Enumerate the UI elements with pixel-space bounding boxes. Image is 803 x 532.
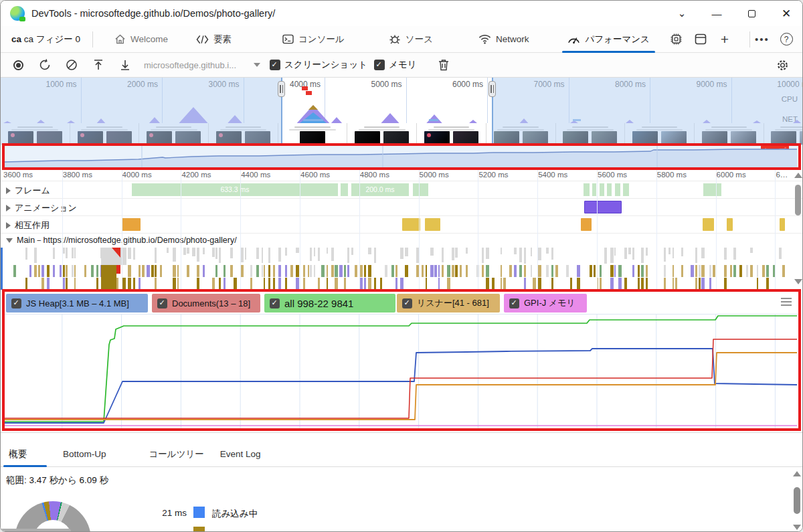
flame-bar[interactable]	[192, 248, 195, 256]
flame-bar[interactable]	[321, 265, 325, 277]
flame-bar[interactable]	[503, 278, 506, 290]
flame-bar[interactable]	[555, 265, 558, 277]
flame-bar[interactable]	[268, 265, 270, 277]
flame-bar[interactable]	[604, 248, 607, 264]
flame-bar[interactable]	[570, 278, 572, 290]
flame-bar[interactable]	[519, 265, 522, 277]
flame-bar[interactable]	[551, 278, 553, 290]
flame-bar[interactable]	[628, 248, 631, 254]
flame-bar[interactable]	[331, 265, 334, 277]
interactions-track-header[interactable]: 相互作用	[6, 219, 50, 232]
horizontal-scrollbar[interactable]	[1, 529, 71, 532]
flame-bar[interactable]	[524, 265, 526, 277]
flame-bar[interactable]	[344, 278, 346, 290]
flame-bar[interactable]	[303, 278, 305, 290]
add-tab-button[interactable]: +	[713, 26, 737, 53]
flame-bar[interactable]	[122, 278, 126, 290]
flame-bar[interactable]	[501, 278, 502, 290]
flame-bar[interactable]	[347, 265, 349, 277]
flame-bar[interactable]	[368, 248, 371, 254]
flame-bar[interactable]	[486, 248, 489, 259]
flame-bar[interactable]	[701, 248, 705, 258]
flame-bar[interactable]	[215, 248, 217, 259]
flame-bar[interactable]	[610, 278, 614, 290]
flame-bar[interactable]	[155, 265, 157, 277]
frame-bar[interactable]: 633.3 ms	[131, 183, 339, 196]
flame-bar[interactable]	[133, 248, 135, 260]
help-button[interactable]: ?	[774, 26, 798, 53]
flame-bar[interactable]	[308, 265, 309, 277]
flame-bar[interactable]	[25, 248, 27, 260]
flame-bar[interactable]	[699, 278, 701, 290]
flame-bar[interactable]	[746, 265, 748, 277]
selection-handle-right[interactable]	[488, 81, 496, 97]
flame-bar[interactable]	[701, 278, 705, 290]
memory-counter-badge[interactable]: Documents(13 – 18]	[152, 294, 260, 313]
flame-bar[interactable]	[339, 265, 343, 277]
flame-bar[interactable]	[664, 248, 666, 262]
flame-bar[interactable]	[452, 265, 454, 277]
flame-bar[interactable]	[782, 265, 785, 277]
flame-bar[interactable]	[285, 265, 287, 277]
filmstrip-frame[interactable]	[347, 123, 417, 145]
flame-bar[interactable]	[546, 265, 549, 277]
flame-bar[interactable]	[34, 265, 37, 277]
flame-bar[interactable]	[155, 248, 157, 263]
flame-bar[interactable]	[72, 265, 74, 277]
flame-bar[interactable]	[438, 265, 440, 277]
flame-bar[interactable]	[72, 248, 74, 258]
memory-overview-band[interactable]: ヒープ 2.1 MB – 4.1 MB	[2, 143, 801, 170]
flame-bar[interactable]	[646, 278, 648, 290]
flame-bar[interactable]	[724, 278, 727, 290]
frame-bar[interactable]	[592, 183, 597, 196]
flame-bar[interactable]	[91, 265, 94, 277]
flame-bar[interactable]	[256, 248, 259, 259]
flame-bar[interactable]	[66, 248, 68, 258]
delete-recording-button[interactable]	[430, 53, 457, 77]
flame-bar[interactable]	[47, 278, 50, 290]
flame-bar[interactable]	[96, 265, 98, 277]
timeline-overview[interactable]: CPU NET 1000 ms2000 ms3000 ms4000 ms5000…	[1, 78, 803, 145]
flame-bar[interactable]	[514, 265, 517, 277]
main-thread-flamechart[interactable]	[1, 248, 792, 290]
flame-bar[interactable]	[430, 265, 434, 277]
memory-counters-chart[interactable]	[5, 315, 797, 431]
flame-bar[interactable]	[538, 278, 541, 290]
flame-bar[interactable]	[96, 278, 98, 290]
screenshots-checkbox[interactable]	[270, 60, 280, 70]
flame-bar[interactable]	[128, 265, 131, 277]
flame-bar[interactable]	[501, 265, 502, 277]
memory-counter-badge[interactable]: all 998-22 9841	[264, 294, 395, 313]
flame-bar[interactable]	[590, 265, 592, 277]
tab-bottom-up[interactable]: Bottom-Up	[50, 442, 120, 467]
reload-and-record-button[interactable]	[31, 53, 58, 77]
flame-bar[interactable]	[335, 278, 338, 290]
flame-bar[interactable]	[438, 278, 440, 290]
scroll-up-icon[interactable]	[793, 471, 801, 476]
flame-bar[interactable]	[673, 248, 674, 258]
tab-event-log[interactable]: Event Log	[217, 442, 274, 467]
flame-bar[interactable]	[757, 278, 758, 290]
load-profile-button[interactable]	[85, 53, 112, 77]
flame-bar[interactable]	[318, 248, 320, 261]
flame-bar[interactable]	[63, 248, 65, 254]
flame-bar[interactable]	[610, 248, 614, 263]
flame-bar[interactable]	[750, 265, 753, 277]
flame-bar[interactable]	[391, 265, 394, 277]
flame-bar[interactable]	[646, 248, 648, 256]
animations-track-header[interactable]: アニメーション	[6, 202, 77, 214]
tab-summary[interactable]: 概要	[1, 442, 50, 467]
flame-bar[interactable]	[230, 265, 233, 277]
flame-bar[interactable]	[116, 278, 118, 290]
flame-bar[interactable]	[426, 265, 427, 277]
flame-bar[interactable]	[128, 248, 131, 259]
flame-bar[interactable]	[278, 278, 281, 290]
flame-bar[interactable]	[566, 265, 569, 277]
tab-elements[interactable]: 要素	[187, 26, 241, 53]
flame-bar[interactable]	[139, 265, 141, 277]
record-button[interactable]	[5, 53, 31, 77]
capture-settings-button[interactable]	[769, 53, 796, 77]
flame-bar[interactable]	[364, 265, 366, 277]
counter-checkbox[interactable]	[509, 298, 519, 308]
flame-bar[interactable]	[41, 265, 44, 277]
